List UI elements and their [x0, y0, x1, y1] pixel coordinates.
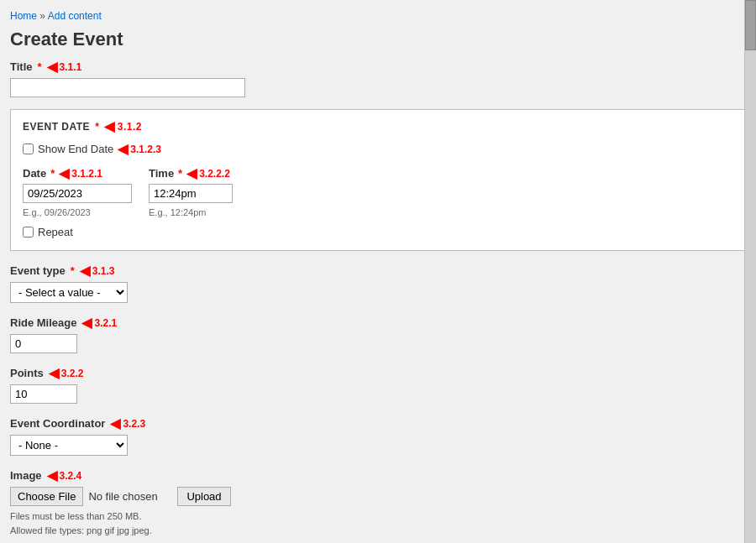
- repeat-checkbox[interactable]: [23, 227, 34, 238]
- show-end-date-annotation: 3.1.2.3: [118, 141, 161, 157]
- event-type-select[interactable]: - Select a value -: [10, 282, 128, 303]
- ride-mileage-input[interactable]: [10, 334, 77, 353]
- event-date-annotation: 3.1.2: [104, 118, 142, 134]
- repeat-label: Repeat: [38, 226, 73, 238]
- time-input[interactable]: [149, 184, 233, 203]
- page-title: Create Event: [0, 25, 756, 59]
- points-row: Points 3.2.2: [10, 365, 746, 404]
- event-coordinator-row: Event Coordinator 3.2.3 - None -: [10, 415, 746, 456]
- scrollbar[interactable]: [744, 0, 756, 543]
- ride-mileage-annotation: 3.2.1: [81, 315, 117, 331]
- date-group: Date * 3.1.2.1 E.g., 09/26/2023: [23, 165, 132, 217]
- event-date-title: EVENT DATE * 3.1.2: [23, 118, 733, 134]
- event-type-label: Event type * 3.1.3: [10, 263, 746, 279]
- show-end-date-row: Show End Date 3.1.2.3: [23, 141, 733, 157]
- file-types-value: png gif jpg jpeg.: [87, 525, 152, 535]
- event-date-row: EVENT DATE * 3.1.2 Show End Date 3.1.2.3…: [10, 109, 746, 251]
- breadcrumb: Home » Add content: [0, 7, 756, 25]
- choose-file-button[interactable]: Choose File: [10, 487, 83, 506]
- event-coordinator-annotation: 3.2.3: [110, 415, 145, 431]
- image-annotation: 3.2.4: [47, 467, 82, 483]
- page-wrapper: Home » Add content Create Event Title * …: [0, 0, 756, 543]
- file-types-info: Allowed file types: png gif jpg jpeg.: [10, 524, 746, 538]
- repeat-row: Repeat: [23, 226, 733, 238]
- file-size-info: Files must be less than 250 MB.: [10, 509, 746, 524]
- points-input[interactable]: [10, 384, 77, 404]
- file-row: Choose File No file chosen Upload: [10, 487, 746, 506]
- time-group: Time * 3.2.2.2 E.g., 12:24pm: [149, 165, 233, 217]
- event-coordinator-select[interactable]: - None -: [10, 435, 128, 456]
- show-end-date-checkbox[interactable]: [23, 144, 34, 154]
- date-annotation: 3.1.2.1: [59, 165, 102, 181]
- title-row: Title * 3.1.1: [10, 59, 746, 97]
- date-input[interactable]: [23, 184, 132, 203]
- title-label: Title * 3.1.1: [10, 59, 746, 75]
- file-name-display: No file chosen: [88, 490, 172, 503]
- ride-mileage-row: Ride Mileage 3.2.1: [10, 315, 746, 353]
- date-label: Date * 3.1.2.1: [23, 165, 132, 181]
- ride-mileage-label: Ride Mileage 3.2.1: [10, 315, 746, 331]
- event-type-annotation: 3.1.3: [80, 263, 115, 279]
- file-info: Files must be less than 250 MB. Allowed …: [10, 509, 746, 537]
- event-type-row: Event type * 3.1.3 - Select a value -: [10, 263, 746, 303]
- points-label: Points 3.2.2: [10, 365, 746, 381]
- image-row: Image 3.2.4 Choose File No file chosen U…: [10, 467, 746, 537]
- title-annotation: 3.1.1: [47, 59, 82, 75]
- title-required: *: [38, 60, 42, 73]
- add-content-link[interactable]: Add content: [48, 10, 102, 22]
- date-hint: E.g., 09/26/2023: [23, 207, 132, 217]
- time-annotation: 3.2.2.2: [186, 165, 230, 181]
- event-date-box: EVENT DATE * 3.1.2 Show End Date 3.1.2.3…: [10, 109, 746, 251]
- points-annotation: 3.2.2: [49, 365, 84, 381]
- main-content: Title * 3.1.1 EVENT DATE * 3.1.2 Show En…: [0, 59, 756, 543]
- image-label: Image 3.2.4: [10, 467, 746, 483]
- home-link[interactable]: Home: [10, 10, 37, 22]
- time-label: Time * 3.2.2.2: [149, 165, 233, 181]
- scrollbar-thumb[interactable]: [745, 0, 756, 50]
- title-input[interactable]: [10, 78, 245, 97]
- time-hint: E.g., 12:24pm: [149, 207, 233, 217]
- date-time-row: Date * 3.1.2.1 E.g., 09/26/2023 Time * 3…: [23, 165, 733, 217]
- upload-button[interactable]: Upload: [177, 487, 230, 506]
- event-coordinator-label: Event Coordinator 3.2.3: [10, 415, 746, 431]
- show-end-date-label: Show End Date: [38, 143, 113, 155]
